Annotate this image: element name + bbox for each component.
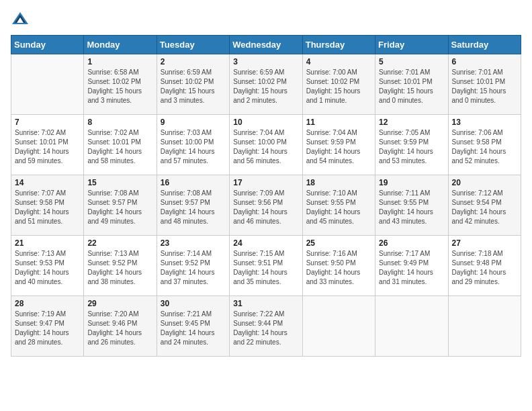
day-content: Sunrise: 7:15 AM Sunset: 9:51 PM Dayligh… bbox=[233, 249, 298, 287]
calendar-cell: 6Sunrise: 7:01 AM Sunset: 10:01 PM Dayli… bbox=[448, 54, 521, 115]
day-number: 28 bbox=[15, 299, 80, 308]
calendar-body: 1Sunrise: 6:58 AM Sunset: 10:02 PM Dayli… bbox=[11, 54, 521, 357]
weekday-header: Thursday bbox=[302, 36, 375, 54]
day-content: Sunrise: 7:06 AM Sunset: 9:58 PM Dayligh… bbox=[452, 128, 517, 166]
day-number: 10 bbox=[233, 118, 298, 127]
weekday-header: Saturday bbox=[448, 36, 521, 54]
day-number: 27 bbox=[452, 238, 517, 248]
day-number: 11 bbox=[306, 118, 371, 127]
calendar-cell: 7Sunrise: 7:02 AM Sunset: 10:01 PM Dayli… bbox=[11, 115, 84, 175]
day-content: Sunrise: 6:59 AM Sunset: 10:02 PM Daylig… bbox=[161, 68, 226, 105]
day-content: Sunrise: 7:05 AM Sunset: 9:59 PM Dayligh… bbox=[379, 128, 444, 166]
calendar-header: SundayMondayTuesdayWednesdayThursdayFrid… bbox=[11, 36, 521, 54]
calendar-week-row: 21Sunrise: 7:13 AM Sunset: 9:53 PM Dayli… bbox=[11, 236, 521, 296]
day-number: 17 bbox=[233, 178, 298, 187]
logo bbox=[11, 11, 32, 30]
day-number: 3 bbox=[233, 57, 298, 66]
calendar-cell: 24Sunrise: 7:15 AM Sunset: 9:51 PM Dayli… bbox=[230, 236, 302, 296]
weekday-header: Wednesday bbox=[230, 36, 302, 54]
day-number: 21 bbox=[15, 238, 80, 248]
day-content: Sunrise: 6:58 AM Sunset: 10:02 PM Daylig… bbox=[87, 68, 152, 105]
day-content: Sunrise: 7:04 AM Sunset: 10:00 PM Daylig… bbox=[233, 128, 298, 166]
calendar-cell: 21Sunrise: 7:13 AM Sunset: 9:53 PM Dayli… bbox=[11, 236, 84, 296]
day-number: 15 bbox=[87, 178, 152, 187]
calendar-cell: 8Sunrise: 7:02 AM Sunset: 10:01 PM Dayli… bbox=[84, 115, 157, 175]
day-number: 4 bbox=[306, 57, 371, 66]
calendar-cell bbox=[375, 296, 448, 357]
calendar-cell: 3Sunrise: 6:59 AM Sunset: 10:02 PM Dayli… bbox=[230, 54, 302, 115]
day-number: 24 bbox=[233, 238, 298, 248]
day-number: 13 bbox=[452, 118, 517, 127]
calendar-cell: 25Sunrise: 7:16 AM Sunset: 9:50 PM Dayli… bbox=[302, 236, 375, 296]
day-content: Sunrise: 7:04 AM Sunset: 9:59 PM Dayligh… bbox=[306, 128, 371, 166]
day-number: 26 bbox=[379, 238, 444, 248]
day-number: 6 bbox=[452, 57, 517, 66]
day-number: 29 bbox=[87, 299, 152, 308]
day-content: Sunrise: 7:01 AM Sunset: 10:01 PM Daylig… bbox=[379, 68, 444, 105]
calendar-cell: 15Sunrise: 7:08 AM Sunset: 9:57 PM Dayli… bbox=[84, 175, 157, 236]
calendar-cell: 13Sunrise: 7:06 AM Sunset: 9:58 PM Dayli… bbox=[448, 115, 521, 175]
calendar-cell bbox=[302, 296, 375, 357]
calendar-cell: 28Sunrise: 7:19 AM Sunset: 9:47 PM Dayli… bbox=[11, 296, 84, 357]
day-number: 22 bbox=[87, 238, 152, 248]
calendar-cell bbox=[11, 54, 84, 115]
calendar-week-row: 7Sunrise: 7:02 AM Sunset: 10:01 PM Dayli… bbox=[11, 115, 521, 175]
calendar-week-row: 1Sunrise: 6:58 AM Sunset: 10:02 PM Dayli… bbox=[11, 54, 521, 115]
calendar-cell: 22Sunrise: 7:13 AM Sunset: 9:52 PM Dayli… bbox=[84, 236, 157, 296]
calendar-cell bbox=[448, 296, 521, 357]
day-number: 7 bbox=[15, 118, 80, 127]
day-number: 16 bbox=[161, 178, 226, 187]
calendar-week-row: 14Sunrise: 7:07 AM Sunset: 9:58 PM Dayli… bbox=[11, 175, 521, 236]
day-content: Sunrise: 7:20 AM Sunset: 9:46 PM Dayligh… bbox=[87, 310, 152, 347]
calendar-cell: 29Sunrise: 7:20 AM Sunset: 9:46 PM Dayli… bbox=[84, 296, 157, 357]
day-content: Sunrise: 7:13 AM Sunset: 9:53 PM Dayligh… bbox=[15, 249, 80, 287]
day-content: Sunrise: 7:12 AM Sunset: 9:54 PM Dayligh… bbox=[452, 189, 517, 226]
calendar-cell: 26Sunrise: 7:17 AM Sunset: 9:49 PM Dayli… bbox=[375, 236, 448, 296]
day-number: 5 bbox=[379, 57, 444, 66]
day-content: Sunrise: 7:08 AM Sunset: 9:57 PM Dayligh… bbox=[87, 189, 152, 226]
calendar-cell: 18Sunrise: 7:10 AM Sunset: 9:55 PM Dayli… bbox=[302, 175, 375, 236]
day-content: Sunrise: 7:02 AM Sunset: 10:01 PM Daylig… bbox=[15, 128, 80, 166]
day-content: Sunrise: 7:18 AM Sunset: 9:48 PM Dayligh… bbox=[452, 249, 517, 287]
calendar-cell: 30Sunrise: 7:21 AM Sunset: 9:45 PM Dayli… bbox=[157, 296, 229, 357]
calendar-cell: 12Sunrise: 7:05 AM Sunset: 9:59 PM Dayli… bbox=[375, 115, 448, 175]
day-content: Sunrise: 7:00 AM Sunset: 10:02 PM Daylig… bbox=[306, 68, 371, 105]
day-content: Sunrise: 7:17 AM Sunset: 9:49 PM Dayligh… bbox=[379, 249, 444, 287]
day-number: 31 bbox=[233, 299, 298, 308]
day-content: Sunrise: 7:19 AM Sunset: 9:47 PM Dayligh… bbox=[15, 310, 80, 347]
calendar-cell: 14Sunrise: 7:07 AM Sunset: 9:58 PM Dayli… bbox=[11, 175, 84, 236]
logo-icon bbox=[11, 11, 30, 30]
calendar-cell: 4Sunrise: 7:00 AM Sunset: 10:02 PM Dayli… bbox=[302, 54, 375, 115]
day-number: 12 bbox=[379, 118, 444, 127]
day-number: 25 bbox=[306, 238, 371, 248]
calendar-cell: 27Sunrise: 7:18 AM Sunset: 9:48 PM Dayli… bbox=[448, 236, 521, 296]
day-number: 19 bbox=[379, 178, 444, 187]
calendar-cell: 31Sunrise: 7:22 AM Sunset: 9:44 PM Dayli… bbox=[230, 296, 302, 357]
day-content: Sunrise: 7:03 AM Sunset: 10:00 PM Daylig… bbox=[161, 128, 226, 166]
calendar-cell: 20Sunrise: 7:12 AM Sunset: 9:54 PM Dayli… bbox=[448, 175, 521, 236]
calendar-cell: 11Sunrise: 7:04 AM Sunset: 9:59 PM Dayli… bbox=[302, 115, 375, 175]
calendar-cell: 23Sunrise: 7:14 AM Sunset: 9:52 PM Dayli… bbox=[157, 236, 229, 296]
calendar-cell: 1Sunrise: 6:58 AM Sunset: 10:02 PM Dayli… bbox=[84, 54, 157, 115]
day-content: Sunrise: 7:01 AM Sunset: 10:01 PM Daylig… bbox=[452, 68, 517, 105]
day-number: 1 bbox=[87, 57, 152, 66]
day-content: Sunrise: 7:11 AM Sunset: 9:55 PM Dayligh… bbox=[379, 189, 444, 226]
day-content: Sunrise: 7:16 AM Sunset: 9:50 PM Dayligh… bbox=[306, 249, 371, 287]
weekday-header: Monday bbox=[84, 36, 157, 54]
calendar-cell: 9Sunrise: 7:03 AM Sunset: 10:00 PM Dayli… bbox=[157, 115, 229, 175]
calendar-cell: 2Sunrise: 6:59 AM Sunset: 10:02 PM Dayli… bbox=[157, 54, 229, 115]
calendar-table: SundayMondayTuesdayWednesdayThursdayFrid… bbox=[11, 35, 521, 357]
weekday-header: Sunday bbox=[11, 36, 84, 54]
day-number: 30 bbox=[161, 299, 226, 308]
day-content: Sunrise: 7:09 AM Sunset: 9:56 PM Dayligh… bbox=[233, 189, 298, 226]
day-number: 2 bbox=[161, 57, 226, 66]
day-number: 18 bbox=[306, 178, 371, 187]
page-header bbox=[11, 11, 521, 30]
day-number: 23 bbox=[161, 238, 226, 248]
day-number: 14 bbox=[15, 178, 80, 187]
weekday-header: Friday bbox=[375, 36, 448, 54]
day-content: Sunrise: 7:22 AM Sunset: 9:44 PM Dayligh… bbox=[233, 310, 298, 347]
calendar-cell: 19Sunrise: 7:11 AM Sunset: 9:55 PM Dayli… bbox=[375, 175, 448, 236]
day-content: Sunrise: 7:02 AM Sunset: 10:01 PM Daylig… bbox=[87, 128, 152, 166]
calendar-cell: 16Sunrise: 7:08 AM Sunset: 9:57 PM Dayli… bbox=[157, 175, 229, 236]
